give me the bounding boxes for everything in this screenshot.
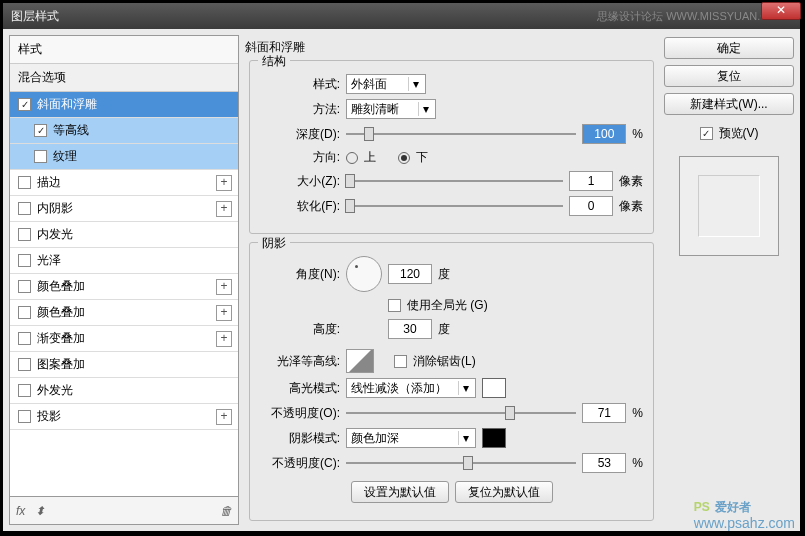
highlight-color-swatch[interactable] [482, 378, 506, 398]
altitude-label: 高度: [260, 321, 340, 338]
style-label: 样式: [260, 76, 340, 93]
trash-icon[interactable]: 🗑 [220, 504, 232, 518]
highlight-opacity-input[interactable]: 71 [582, 403, 626, 423]
arrows-icon[interactable]: ⬍ [35, 504, 45, 518]
reset-default-button[interactable]: 复位为默认值 [455, 481, 553, 503]
style-checkbox[interactable] [18, 228, 31, 241]
style-checkbox[interactable] [18, 280, 31, 293]
method-label: 方法: [260, 101, 340, 118]
percent-unit-2: % [632, 456, 643, 470]
add-instance-button[interactable]: + [216, 201, 232, 217]
style-checkbox[interactable] [34, 150, 47, 163]
shadow-legend: 阴影 [258, 235, 290, 252]
add-instance-button[interactable]: + [216, 305, 232, 321]
soften-input[interactable]: 0 [569, 196, 613, 216]
style-item-4[interactable]: 内阴影+ [10, 196, 238, 222]
style-label: 等高线 [53, 122, 89, 139]
style-checkbox[interactable] [34, 124, 47, 137]
style-checkbox[interactable] [18, 306, 31, 319]
style-item-1[interactable]: 等高线 [10, 118, 238, 144]
styles-list: 样式 混合选项 斜面和浮雕等高线纹理描边+内阴影+内发光光泽颜色叠加+颜色叠加+… [9, 35, 239, 497]
global-light-checkbox[interactable] [388, 299, 401, 312]
highlight-opacity-label: 不透明度(O): [260, 405, 340, 422]
style-checkbox[interactable] [18, 98, 31, 111]
fx-icon[interactable]: fx [16, 504, 25, 518]
style-checkbox[interactable] [18, 332, 31, 345]
global-light-label: 使用全局光 (G) [407, 297, 488, 314]
style-checkbox[interactable] [18, 176, 31, 189]
style-label: 内阴影 [37, 200, 73, 217]
structure-legend: 结构 [258, 53, 290, 70]
size-unit: 像素 [619, 173, 643, 190]
style-item-5[interactable]: 内发光 [10, 222, 238, 248]
preview-checkbox[interactable] [700, 127, 713, 140]
style-label: 图案叠加 [37, 356, 85, 373]
size-input[interactable]: 1 [569, 171, 613, 191]
soften-unit: 像素 [619, 198, 643, 215]
style-label: 描边 [37, 174, 61, 191]
style-item-8[interactable]: 颜色叠加+ [10, 300, 238, 326]
direction-up-radio[interactable] [346, 152, 358, 164]
direction-down-radio[interactable] [398, 152, 410, 164]
angle-unit: 度 [438, 266, 450, 283]
antialias-checkbox[interactable] [394, 355, 407, 368]
angle-label: 角度(N): [260, 266, 340, 283]
titlebar: 图层样式 思缘设计论坛 WWW.MISSYUAN.COM ✕ [3, 3, 800, 29]
make-default-button[interactable]: 设置为默认值 [351, 481, 449, 503]
gloss-contour[interactable] [346, 349, 374, 373]
highlight-mode-select[interactable]: 线性减淡（添加） [346, 378, 476, 398]
gloss-label: 光泽等高线: [260, 353, 340, 370]
add-instance-button[interactable]: + [216, 409, 232, 425]
style-select[interactable]: 外斜面 [346, 74, 426, 94]
style-item-3[interactable]: 描边+ [10, 170, 238, 196]
size-slider[interactable] [346, 173, 563, 189]
depth-unit: % [632, 127, 643, 141]
up-label: 上 [364, 149, 376, 166]
style-item-6[interactable]: 光泽 [10, 248, 238, 274]
style-item-10[interactable]: 图案叠加 [10, 352, 238, 378]
highlight-mode-label: 高光模式: [260, 380, 340, 397]
style-item-2[interactable]: 纹理 [10, 144, 238, 170]
shadow-mode-label: 阴影模式: [260, 430, 340, 447]
structure-fieldset: 结构 样式: 外斜面 方法: 雕刻清晰 深度(D): 100 % 方向: [249, 60, 654, 234]
style-item-0[interactable]: 斜面和浮雕 [10, 92, 238, 118]
ok-button[interactable]: 确定 [664, 37, 794, 59]
add-instance-button[interactable]: + [216, 175, 232, 191]
style-checkbox[interactable] [18, 254, 31, 267]
shadow-color-swatch[interactable] [482, 428, 506, 448]
preview-label: 预览(V) [719, 125, 759, 142]
style-label: 斜面和浮雕 [37, 96, 97, 113]
shadow-opacity-slider[interactable] [346, 455, 576, 471]
altitude-input[interactable]: 30 [388, 319, 432, 339]
style-checkbox[interactable] [18, 358, 31, 371]
altitude-unit: 度 [438, 321, 450, 338]
blend-options-header[interactable]: 混合选项 [10, 64, 238, 92]
add-instance-button[interactable]: + [216, 331, 232, 347]
style-item-7[interactable]: 颜色叠加+ [10, 274, 238, 300]
method-select[interactable]: 雕刻清晰 [346, 99, 436, 119]
soften-slider[interactable] [346, 198, 563, 214]
style-label: 外发光 [37, 382, 73, 399]
shadow-opacity-label: 不透明度(C): [260, 455, 340, 472]
angle-control[interactable] [346, 256, 382, 292]
shadow-opacity-input[interactable]: 53 [582, 453, 626, 473]
style-item-11[interactable]: 外发光 [10, 378, 238, 404]
depth-input[interactable]: 100 [582, 124, 626, 144]
style-checkbox[interactable] [18, 202, 31, 215]
highlight-opacity-slider[interactable] [346, 405, 576, 421]
add-instance-button[interactable]: + [216, 279, 232, 295]
style-checkbox[interactable] [18, 384, 31, 397]
cancel-button[interactable]: 复位 [664, 65, 794, 87]
shadow-mode-select[interactable]: 颜色加深 [346, 428, 476, 448]
style-checkbox[interactable] [18, 410, 31, 423]
style-label: 投影 [37, 408, 61, 425]
section-title: 斜面和浮雕 [245, 39, 654, 56]
new-style-button[interactable]: 新建样式(W)... [664, 93, 794, 115]
styles-header[interactable]: 样式 [10, 36, 238, 64]
style-item-9[interactable]: 渐变叠加+ [10, 326, 238, 352]
styles-bottom-bar: fx ⬍ 🗑 [9, 497, 239, 525]
depth-slider[interactable] [346, 126, 576, 142]
angle-input[interactable]: 120 [388, 264, 432, 284]
style-item-12[interactable]: 投影+ [10, 404, 238, 430]
close-button[interactable]: ✕ [761, 2, 801, 20]
